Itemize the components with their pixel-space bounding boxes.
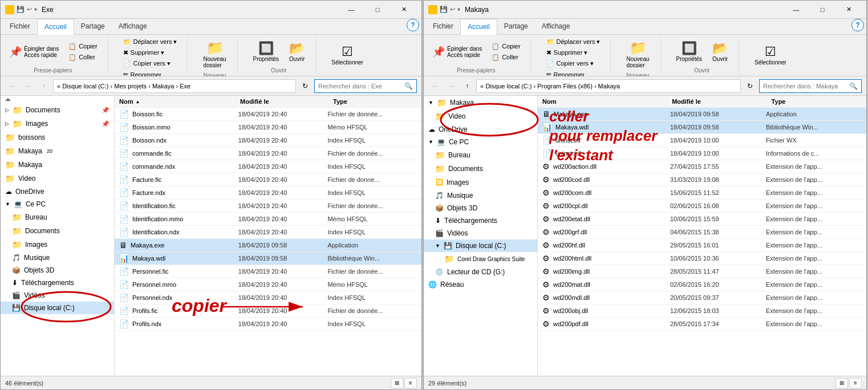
save-icon[interactable]: 💾 bbox=[17, 6, 25, 13]
right-supprimer-button[interactable]: ✖ Supprimer ▾ bbox=[543, 48, 591, 58]
file-row[interactable]: ⚙ wd200pdf.dll 28/05/2015 17:34 Extensio… bbox=[538, 318, 866, 331]
right-help-button[interactable]: ? bbox=[851, 19, 864, 31]
file-row[interactable]: ⚙ wd200action.dll 27/04/2015 17:55 Exten… bbox=[538, 160, 866, 173]
undo-icon[interactable]: ↩ bbox=[27, 6, 32, 13]
file-row[interactable]: 📄 commande.ndx 18/04/2019 20:40 Index HF… bbox=[115, 160, 421, 173]
right-up-button[interactable]: ↑ bbox=[460, 79, 474, 93]
right-sidebar-item-objets3d[interactable]: 📦 Objets 3D bbox=[424, 202, 537, 214]
file-row[interactable]: 📄 Identification.mmo 18/04/2019 20:40 Mé… bbox=[115, 213, 421, 226]
right-sidebar-item-onedrive[interactable]: ☁ OneDrive bbox=[424, 123, 537, 136]
right-save-icon[interactable]: 💾 bbox=[440, 6, 448, 13]
right-maximize-button[interactable]: □ bbox=[809, 1, 835, 19]
coller-button[interactable]: 📋 Coller bbox=[65, 52, 100, 62]
up-button[interactable]: ↑ bbox=[37, 79, 51, 93]
file-row[interactable]: 📄 uninst.inf 18/04/2019 10:00 Informatio… bbox=[538, 147, 866, 160]
sidebar-item-telechargements[interactable]: ⬇ Téléchargements bbox=[1, 277, 114, 289]
dropdown-icon[interactable]: ▾ bbox=[34, 6, 37, 13]
file-row[interactable]: 📄 Identification.fic 18/04/2019 20:40 Fi… bbox=[115, 200, 421, 213]
sidebar-item-boissons[interactable]: 📁 boissons bbox=[1, 131, 114, 144]
tab-fichier[interactable]: Fichier bbox=[3, 19, 37, 34]
right-close-button[interactable]: ✕ bbox=[835, 1, 862, 19]
right-sidebar-item-lecteur[interactable]: 💿 Lecteur de CD (G:) bbox=[424, 266, 537, 278]
file-row[interactable]: 📄 Personnel.ndx 18/04/2019 20:40 Index H… bbox=[115, 291, 421, 304]
right-dropdown-icon[interactable]: ▾ bbox=[457, 6, 460, 13]
right-sidebar-item-musique[interactable]: 🎵 Musique bbox=[424, 189, 537, 202]
tab-accueil[interactable]: Accueil bbox=[37, 19, 74, 35]
right-sidebar-item-disque[interactable]: ▼ 💾 Disque local (C:) bbox=[424, 239, 537, 252]
sidebar-item-documents[interactable]: ▷ 📁 Documents 📌 bbox=[1, 103, 114, 117]
right-col-type-header[interactable]: Type bbox=[767, 96, 866, 107]
file-row[interactable]: 📊 Makaya.wdl 18/04/2019 09:58 Bibliothèq… bbox=[538, 121, 866, 134]
nouveau-dossier-button[interactable]: 📁 Nouveaudossier bbox=[199, 37, 230, 71]
col-nom-header[interactable]: Nom ▲ bbox=[115, 96, 236, 107]
sidebar-item-images2[interactable]: 📁 Images bbox=[1, 238, 114, 251]
right-sidebar-item-cepc[interactable]: ▼ 💻 Ce PC bbox=[424, 136, 537, 148]
col-type-header[interactable]: Type bbox=[328, 96, 421, 107]
tab-partage[interactable]: Partage bbox=[74, 19, 112, 34]
file-row[interactable]: 📄 Identification.ndx 18/04/2019 20:40 In… bbox=[115, 226, 421, 239]
file-row[interactable]: 📄 Boisson.ndx 18/04/2019 20:40 Index HFS… bbox=[115, 134, 421, 147]
file-row[interactable]: 📄 Facture.ndx 18/04/2019 20:40 Index HFS… bbox=[115, 186, 421, 200]
tab-affichage[interactable]: Affichage bbox=[112, 19, 154, 34]
sidebar-item-docs2[interactable]: 📁 Documents bbox=[1, 224, 114, 238]
right-sidebar-item-docs[interactable]: 📁 Documents bbox=[424, 162, 537, 176]
file-row[interactable]: ⚙ wd200com.dll 15/06/2015 11:52 Extensio… bbox=[538, 186, 866, 200]
col-date-header[interactable]: Modifié le bbox=[236, 96, 328, 107]
sidebar-item-disque[interactable]: 💾 Disque local (C:) bbox=[1, 302, 114, 314]
sidebar-item-musique[interactable]: 🎵 Musique bbox=[1, 251, 114, 264]
maximize-button[interactable]: □ bbox=[364, 1, 391, 19]
close-button[interactable]: ✕ bbox=[391, 1, 417, 19]
file-row[interactable]: ⚙ wd200mdl.dll 20/05/2015 09:37 Extensio… bbox=[538, 291, 866, 304]
proprietes-button[interactable]: 🔲 Propriétés bbox=[249, 38, 283, 65]
right-sidebar-item-images[interactable]: 🖼 Images bbox=[424, 176, 537, 189]
grid-view-button[interactable]: ⊞ bbox=[391, 378, 403, 388]
right-grid-view-button[interactable]: ⊞ bbox=[835, 378, 848, 388]
file-row[interactable]: ⚙ wd200cod.dll 31/03/2019 19:08 Extensio… bbox=[538, 173, 866, 186]
file-row[interactable]: 📄 uninst.inf 18/04/2019 10:00 Fichier WX bbox=[538, 134, 866, 147]
right-tab-accueil[interactable]: Accueil bbox=[460, 19, 497, 35]
right-proprietes-button[interactable]: 🔲 Propriétés bbox=[672, 38, 707, 65]
file-row[interactable]: 📄 Boisson.mmo 18/04/2019 20:40 Mémo HFSQ… bbox=[115, 121, 421, 134]
file-row[interactable]: 📄 Boisson.fic 18/04/2019 20:40 Fichier d… bbox=[115, 108, 421, 121]
right-undo-icon[interactable]: ↩ bbox=[450, 6, 455, 13]
sidebar-item-makaya1[interactable]: 📁 Makaya 20 bbox=[1, 144, 114, 158]
file-row[interactable]: 📄 Personnel.mmo 18/04/2019 20:40 Mémo HF… bbox=[115, 278, 421, 291]
selectionner-button[interactable]: ☑ Sélectionner bbox=[327, 42, 367, 68]
file-row[interactable]: 📄 Profils.fic 18/04/2019 20:40 Fichier d… bbox=[115, 304, 421, 318]
right-sidebar-item-bureau[interactable]: 📁 Bureau bbox=[424, 148, 537, 162]
file-row[interactable]: ⚙ wd200cpl.dll 02/06/2015 16:08 Extensio… bbox=[538, 200, 866, 213]
file-row[interactable]: ⚙ wd200html.dll 10/06/2015 10:36 Extensi… bbox=[538, 252, 866, 265]
deplacer-button[interactable]: 📁 Déplacer vers ▾ bbox=[120, 37, 181, 47]
help-button[interactable]: ? bbox=[407, 19, 419, 31]
right-deplacer-button[interactable]: 📁 Déplacer vers ▾ bbox=[543, 37, 604, 47]
epingler-button[interactable]: 📌 Épingler dansAccès rapide bbox=[5, 43, 63, 61]
file-row[interactable]: ⚙ wd200mat.dll 02/06/2015 16:20 Extensio… bbox=[538, 278, 866, 291]
file-row[interactable]: 🖥 Makaya.exe 18/04/2019 09:58 Applicatio… bbox=[538, 108, 866, 121]
right-tab-partage[interactable]: Partage bbox=[497, 19, 535, 34]
sidebar-item-makaya2[interactable]: 📁 Makaya bbox=[1, 158, 114, 172]
right-sidebar-item-makaya[interactable]: ▼ 📁 Makaya bbox=[424, 96, 537, 109]
right-sidebar-item-videos[interactable]: 🎬 Vidéos bbox=[424, 227, 537, 239]
supprimer-button[interactable]: ✖ Supprimer ▾ bbox=[120, 48, 168, 58]
sidebar-item-objets3d[interactable]: 📦 Objets 3D bbox=[1, 264, 114, 277]
right-coller-button[interactable]: 📋 Coller bbox=[488, 52, 524, 62]
sidebar-item-cepc[interactable]: ▼ 💻 Ce PC bbox=[1, 198, 114, 210]
right-copier-vers-button[interactable]: 📄 Copier vers ▾ bbox=[543, 59, 597, 68]
right-epingler-button[interactable]: 📌 Épingler dansAccès rapide bbox=[428, 43, 486, 61]
sidebar-item-bureau[interactable]: 📁 Bureau bbox=[1, 210, 114, 224]
file-row[interactable]: ⚙ wd200img.dll 28/05/2015 11:47 Extensio… bbox=[538, 265, 866, 278]
file-row[interactable]: 🖥 Makaya.exe 18/04/2019 09:58 Applicatio… bbox=[115, 239, 421, 252]
file-row[interactable]: 📊 Makaya.wdl 18/04/2019 09:58 Bibliothèq… bbox=[115, 252, 421, 265]
right-col-nom-header[interactable]: Nom bbox=[538, 96, 667, 107]
right-tab-fichier[interactable]: Fichier bbox=[426, 19, 460, 34]
file-row[interactable]: ⚙ wd200obj.dll 12/06/2015 18:03 Extensio… bbox=[538, 304, 866, 318]
right-forward-button[interactable]: → bbox=[444, 79, 458, 93]
sidebar-item-video[interactable]: 📁 Video bbox=[1, 172, 114, 185]
right-sidebar-item-reseau[interactable]: 🌐 Réseau bbox=[424, 278, 537, 291]
refresh-button[interactable]: ↻ bbox=[298, 79, 312, 93]
right-sidebar-item-telechargements[interactable]: ⬇ Téléchargements bbox=[424, 214, 537, 227]
copier-vers-button[interactable]: 📄 Copier vers ▾ bbox=[120, 59, 174, 68]
right-copier-button[interactable]: 📋 Copier bbox=[488, 42, 524, 51]
file-row[interactable]: 📄 Facture.fic 18/04/2019 20:40 Fichier d… bbox=[115, 173, 421, 186]
sidebar-item-onedrive[interactable]: ☁ OneDrive bbox=[1, 185, 114, 198]
